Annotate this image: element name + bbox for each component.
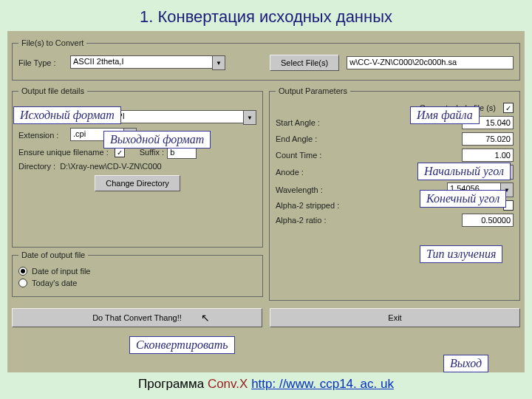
chevron-down-icon[interactable]: ▼ [243, 110, 256, 125]
date-input-file-label: Date of input file [32, 267, 91, 276]
end-angle-label: End Angle : [276, 134, 462, 143]
output-params-legend: Output Parameters [276, 86, 350, 95]
change-directory-button[interactable]: Change Directory [95, 175, 180, 191]
suffix-label: Suffix : [140, 148, 164, 157]
footer-text: Программа [138, 377, 208, 391]
annot-source-format: Исходный формат [13, 106, 121, 124]
annot-convert: Сконвертировать [129, 336, 235, 354]
date-today-label: Today's date [32, 279, 77, 287]
footer-link[interactable]: http: //www. ccp14. ac. uk [251, 377, 394, 391]
exit-button[interactable]: Exit [270, 308, 520, 327]
convert-whole-checkbox[interactable]: ✓ [503, 103, 514, 113]
directory-value: D:\Xray-new\CD-V-ZN\C000 [60, 162, 162, 171]
page-title: 1. Конвертация исходных данных [0, 0, 532, 31]
output-details-legend: Output file details [18, 86, 87, 95]
annot-output-format: Выходной формат [103, 131, 211, 149]
select-files-button[interactable]: Select File(s) [270, 55, 339, 71]
ensure-unique-checkbox[interactable]: ✓ [115, 147, 125, 157]
annot-end-angle: Конечный угол [420, 190, 506, 208]
end-angle-input[interactable] [462, 132, 514, 146]
footer: Программа Conv.X http: //www. ccp14. ac.… [0, 372, 532, 392]
file-type-combo[interactable]: ASCII 2theta,I ▼ [70, 55, 225, 70]
date-input-file-radio[interactable] [18, 267, 27, 276]
main-panel: File(s) to Convert File Type : ASCII 2th… [7, 31, 525, 372]
date-group-legend: Date of output file [18, 250, 88, 259]
directory-label: Directory : [18, 162, 55, 171]
footer-program-name: Conv.X [208, 377, 248, 391]
file-type-label: File Type : [18, 58, 70, 67]
files-group-legend: File(s) to Convert [18, 38, 86, 47]
convert-button[interactable]: Do That Convert Thang!! ↖ [12, 308, 262, 327]
chevron-down-icon[interactable]: ▼ [212, 55, 225, 70]
date-today-radio[interactable] [18, 279, 27, 287]
annot-exit: Выход [443, 355, 488, 372]
file-type-value: ASCII 2theta,I [70, 55, 212, 69]
alpha2-ratio-label: Alpha-2 ratio : [276, 216, 462, 225]
annot-start-angle: Начальный угол [417, 163, 511, 180]
count-time-label: Count Time : [276, 151, 462, 160]
alpha2-ratio-input[interactable] [462, 214, 514, 227]
files-to-convert-group: File(s) to Convert File Type : ASCII 2th… [12, 38, 520, 81]
cursor-icon: ↖ [201, 312, 210, 324]
convert-button-label: Do That Convert Thang!! [92, 313, 182, 322]
date-of-output-group: Date of output file Date of input file T… [12, 250, 263, 297]
extension-label: Extension : [18, 131, 70, 140]
file-path-value: w\CC-V-ZN\C000\20c000h.sa [347, 56, 514, 69]
annot-filename: Имя файла [410, 106, 480, 124]
ensure-unique-label: Ensure unique filename : [18, 148, 109, 157]
count-time-input[interactable] [462, 149, 514, 162]
annot-radiation-type: Тип излучения [420, 245, 502, 263]
